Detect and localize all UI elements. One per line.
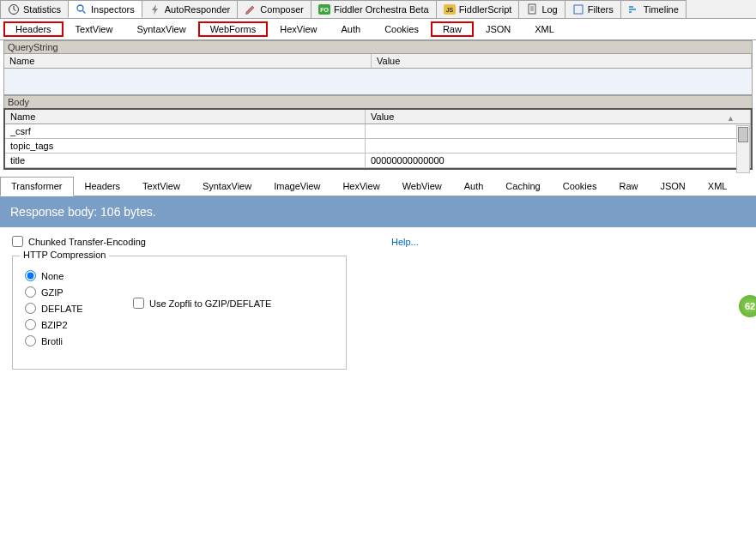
resptab-json[interactable]: JSON xyxy=(649,177,696,196)
column-value[interactable]: Value xyxy=(372,54,752,68)
resptab-hexview[interactable]: HexView xyxy=(331,177,390,196)
tab-label: FiddlerScript xyxy=(459,4,512,15)
tab-timeline[interactable]: Timeline xyxy=(620,0,686,18)
radio-deflate[interactable] xyxy=(25,303,36,314)
radio-gzip-label: GZIP xyxy=(41,287,64,298)
js-badge-icon: JS xyxy=(444,3,456,15)
subtab-cookies[interactable]: Cookies xyxy=(372,21,431,37)
checkbox-icon xyxy=(572,3,584,15)
resptab-headers[interactable]: Headers xyxy=(74,177,132,196)
resptab-webview[interactable]: WebView xyxy=(391,177,453,196)
radio-bzip2[interactable] xyxy=(25,319,36,330)
chunked-checkbox[interactable] xyxy=(12,236,23,247)
response-tabs: Transformer Headers TextView SyntaxView … xyxy=(0,177,756,196)
subtab-textview[interactable]: TextView xyxy=(64,21,125,37)
magnifier-icon xyxy=(76,3,88,15)
subtab-raw[interactable]: Raw xyxy=(431,21,474,37)
resptab-imageview[interactable]: ImageView xyxy=(263,177,331,196)
body-column-name[interactable]: Name xyxy=(5,110,366,123)
svg-rect-7 xyxy=(574,5,583,14)
tab-label: Composer xyxy=(260,4,304,15)
main-tabs: Statistics Inspectors AutoResponder Comp… xyxy=(0,0,756,19)
clock-icon xyxy=(8,3,20,15)
resptab-cookies[interactable]: Cookies xyxy=(552,177,608,196)
table-row[interactable]: _csrf xyxy=(5,124,751,139)
body-label: Body xyxy=(3,95,753,108)
subtab-xml[interactable]: XML xyxy=(523,21,566,37)
subtab-auth[interactable]: Auth xyxy=(330,21,373,37)
scroll-thumb[interactable] xyxy=(738,127,748,142)
querystring-grid: Name Value xyxy=(3,53,753,95)
radio-deflate-label: DEFLATE xyxy=(41,304,83,314)
tab-label: Statistics xyxy=(23,4,61,15)
tab-orchestra[interactable]: FO Fiddler Orchestra Beta xyxy=(311,0,437,18)
radio-none[interactable] xyxy=(25,270,36,281)
resptab-transformer[interactable]: Transformer xyxy=(0,177,74,196)
tab-label: Filters xyxy=(588,4,614,15)
resptab-raw[interactable]: Raw xyxy=(608,177,649,196)
radio-gzip[interactable] xyxy=(25,286,36,298)
radio-none-label: None xyxy=(41,271,64,281)
body-grid: Name Value ▲ _csrf topic_tags title 0000… xyxy=(5,110,751,168)
subtab-webforms[interactable]: WebForms xyxy=(198,21,269,37)
svg-point-1 xyxy=(77,5,83,11)
tab-label: Inspectors xyxy=(91,4,135,15)
tab-statistics[interactable]: Statistics xyxy=(0,0,69,18)
row-value: 00000000000000 xyxy=(366,154,751,167)
sort-asc-icon: ▲ xyxy=(727,114,735,123)
tab-inspectors[interactable]: Inspectors xyxy=(68,0,142,18)
lightning-icon xyxy=(149,3,161,15)
column-name[interactable]: Name xyxy=(4,54,372,68)
tab-fiddlerscript[interactable]: JS FiddlerScript xyxy=(436,0,520,18)
tab-label: AutoResponder xyxy=(165,4,230,15)
querystring-label: QueryString xyxy=(3,40,753,53)
request-subtabs: Headers TextView SyntaxView WebForms Hex… xyxy=(0,19,756,40)
radio-brotli-label: Brotli xyxy=(41,336,63,346)
querystring-body[interactable] xyxy=(4,69,752,94)
pencil-icon xyxy=(245,3,257,15)
subtab-hexview[interactable]: HexView xyxy=(268,21,329,37)
svg-rect-6 xyxy=(529,4,535,14)
subtab-json[interactable]: JSON xyxy=(474,21,523,37)
zopfli-label: Use Zopfli to GZIP/DEFLATE xyxy=(149,298,271,309)
tab-label: Fiddler Orchestra Beta xyxy=(334,4,429,15)
radio-brotli[interactable] xyxy=(25,335,36,346)
row-name: title xyxy=(5,154,366,167)
response-banner: Response body: 106 bytes. xyxy=(0,196,756,227)
body-column-value[interactable]: Value ▲ xyxy=(366,110,751,123)
subtab-headers[interactable]: Headers xyxy=(3,21,64,37)
tab-filters[interactable]: Filters xyxy=(565,0,621,18)
row-value xyxy=(366,124,751,138)
tab-log[interactable]: Log xyxy=(518,0,565,18)
svg-text:FO: FO xyxy=(320,7,329,13)
tab-label: Log xyxy=(541,4,557,15)
help-link[interactable]: Help... xyxy=(391,237,419,247)
radio-bzip2-label: BZIP2 xyxy=(41,320,68,330)
zopfli-checkbox[interactable] xyxy=(133,298,144,309)
resptab-syntaxview[interactable]: SyntaxView xyxy=(191,177,263,196)
scrollbar[interactable] xyxy=(736,125,750,173)
table-row[interactable]: title 00000000000000 xyxy=(5,154,751,168)
svg-text:JS: JS xyxy=(445,7,453,13)
tab-composer[interactable]: Composer xyxy=(237,0,311,18)
table-row[interactable]: topic_tags xyxy=(5,139,751,154)
row-name: topic_tags xyxy=(5,139,366,153)
tab-label: Timeline xyxy=(644,4,679,15)
resptab-textview[interactable]: TextView xyxy=(131,177,191,196)
row-value xyxy=(366,139,751,153)
compression-group: HTTP Compression None GZIP DEFLATE BZIP2… xyxy=(12,256,347,370)
tab-autoresponder[interactable]: AutoResponder xyxy=(142,0,238,18)
subtab-syntaxview[interactable]: SyntaxView xyxy=(124,21,197,37)
fo-badge-icon: FO xyxy=(318,3,330,15)
timeline-icon xyxy=(628,3,640,15)
transformer-panel: Chunked Transfer-Encoding Help... HTTP C… xyxy=(0,227,756,378)
row-name: _csrf xyxy=(5,124,366,138)
chunked-label: Chunked Transfer-Encoding xyxy=(28,237,146,247)
notification-badge[interactable]: 62 xyxy=(737,293,756,319)
resptab-xml[interactable]: XML xyxy=(697,177,739,196)
compression-legend: HTTP Compression xyxy=(20,250,109,260)
document-icon xyxy=(526,3,538,15)
resptab-auth[interactable]: Auth xyxy=(453,177,495,196)
resptab-caching[interactable]: Caching xyxy=(494,177,551,196)
